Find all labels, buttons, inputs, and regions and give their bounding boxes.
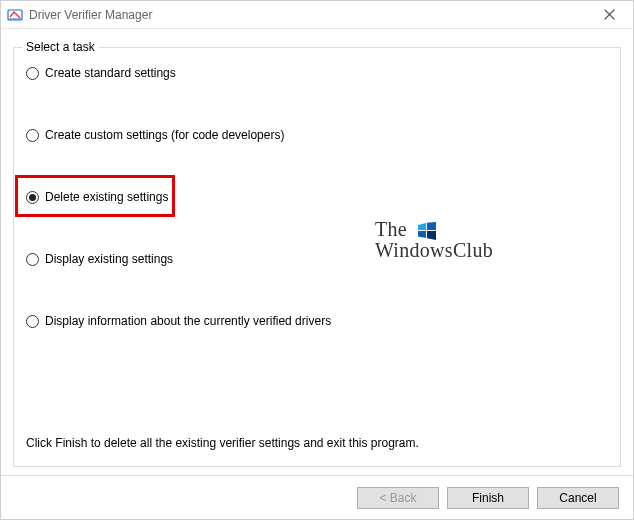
app-icon <box>7 7 23 23</box>
wizard-footer: < Back Finish Cancel <box>1 475 633 519</box>
radio-icon <box>26 129 39 142</box>
option-create-standard[interactable]: Create standard settings <box>26 66 608 80</box>
option-label: Display existing settings <box>45 252 173 266</box>
option-label: Delete existing settings <box>45 190 168 204</box>
radio-icon <box>26 67 39 80</box>
close-button[interactable] <box>589 1 629 29</box>
option-label: Create custom settings (for code develop… <box>45 128 284 142</box>
option-display-existing[interactable]: Display existing settings <box>26 252 608 266</box>
radio-icon <box>26 191 39 204</box>
radio-icon <box>26 315 39 328</box>
task-groupbox: Select a task Create standard settings C… <box>13 47 621 467</box>
title-bar: Driver Verifier Manager <box>1 1 633 29</box>
option-delete-existing[interactable]: Delete existing settings <box>26 190 608 204</box>
window-title: Driver Verifier Manager <box>29 8 589 22</box>
close-icon <box>604 9 615 20</box>
option-label: Create standard settings <box>45 66 176 80</box>
dialog-content: Select a task Create standard settings C… <box>13 47 621 467</box>
groupbox-title: Select a task <box>22 40 99 54</box>
option-display-info[interactable]: Display information about the currently … <box>26 314 608 328</box>
cancel-button[interactable]: Cancel <box>537 487 619 509</box>
option-label: Display information about the currently … <box>45 314 331 328</box>
finish-button[interactable]: Finish <box>447 487 529 509</box>
back-button[interactable]: < Back <box>357 487 439 509</box>
option-create-custom[interactable]: Create custom settings (for code develop… <box>26 128 608 142</box>
info-text: Click Finish to delete all the existing … <box>26 436 419 450</box>
radio-icon <box>26 253 39 266</box>
